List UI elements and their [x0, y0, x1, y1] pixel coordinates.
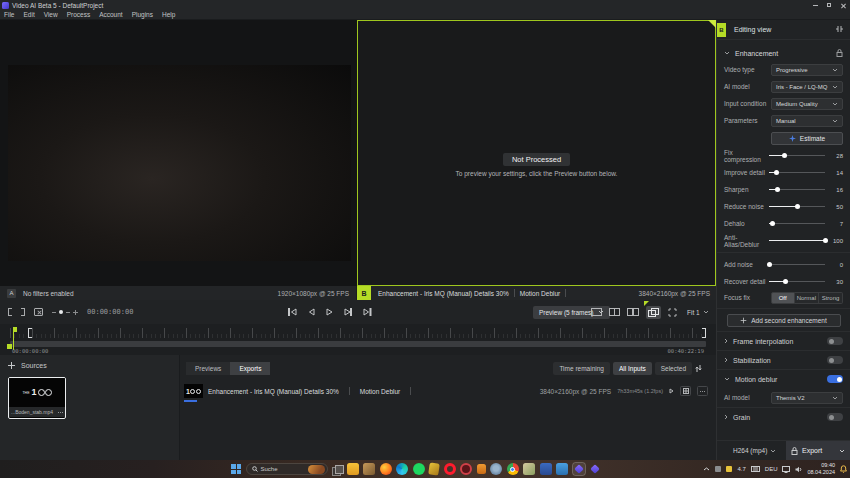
sort-icon[interactable] [695, 364, 702, 373]
volume-icon[interactable] [795, 466, 802, 473]
tab-exports[interactable]: Exports [230, 362, 270, 375]
next-frame-button[interactable] [344, 308, 352, 316]
slider-knob[interactable] [770, 221, 775, 226]
video-type-dropdown[interactable]: Progressive [771, 64, 843, 76]
mail-app-icon[interactable] [540, 463, 552, 475]
zoom-out-icon[interactable] [52, 312, 56, 313]
task-view-button[interactable] [332, 465, 342, 474]
opera-icon[interactable] [444, 463, 456, 475]
timeline-trim-out-handle[interactable] [702, 328, 706, 338]
chevron-down-icon[interactable] [839, 449, 845, 453]
add-noise-slider[interactable] [769, 261, 825, 269]
reduce-noise-slider[interactable] [769, 203, 825, 211]
spotify-icon[interactable] [413, 463, 425, 475]
trim-in-icon[interactable] [8, 308, 12, 316]
stabilization-toggle[interactable] [827, 356, 843, 364]
taskbar-clock[interactable]: 09:40 08.04.2024 [807, 462, 835, 475]
motion-deblur-row[interactable]: Motion deblur [717, 369, 850, 388]
zoom-slider-knob[interactable] [59, 310, 63, 314]
timeline-scrollbar[interactable] [10, 341, 706, 347]
input-condition-dropdown[interactable]: Medium Quality [771, 98, 843, 110]
settings-app-icon[interactable] [490, 463, 502, 475]
ai-model-dropdown[interactable]: Iris - Face / LQ-MQ [771, 81, 843, 93]
fit-zoom-dropdown[interactable]: Fit 1 [687, 300, 709, 324]
touch-keyboard-icon[interactable] [751, 466, 760, 472]
time-remaining-button[interactable]: Time remaining [553, 362, 610, 375]
zoom-in-icon[interactable] [73, 310, 78, 315]
notes-app-icon[interactable] [523, 463, 535, 475]
stabilization-row[interactable]: Stabilization [717, 350, 850, 369]
slider-knob[interactable] [823, 238, 828, 243]
export-play-icon[interactable] [669, 388, 674, 394]
slider-knob[interactable] [774, 170, 779, 175]
video-ai-icon[interactable] [589, 463, 601, 475]
motion-deblur-ai-model-dropdown[interactable]: Themis V2 [771, 392, 843, 404]
motion-deblur-toggle[interactable] [827, 375, 843, 383]
chrome-icon[interactable] [507, 463, 519, 475]
anti-alias-deblur-slider[interactable] [769, 237, 825, 245]
network-icon[interactable] [782, 466, 790, 473]
playhead-flag[interactable] [13, 327, 17, 332]
slider-knob[interactable] [782, 153, 787, 158]
tray-app-icon-1[interactable] [715, 466, 721, 472]
tray-chevron-up-icon[interactable] [703, 467, 710, 471]
firefox-icon[interactable] [380, 463, 392, 475]
close-button[interactable] [836, 0, 850, 10]
frame-interpolation-toggle[interactable] [827, 337, 843, 345]
notifications-bell-icon[interactable] [840, 465, 847, 473]
source-card[interactable]: THE 1 ...Boden_stab.mp4 [8, 377, 66, 419]
record-app-icon[interactable] [460, 463, 472, 475]
add-second-enhancement-button[interactable]: Add second enhancement [727, 314, 841, 327]
lock-icon[interactable] [836, 49, 843, 58]
timeline[interactable]: 00:00:00:00 00:40:22:19 [0, 324, 716, 355]
menu-plugins[interactable]: Plugins [132, 11, 153, 18]
side-by-side-view-icon[interactable] [627, 308, 639, 316]
stats-app-icon[interactable] [556, 463, 568, 475]
timeline-ruler[interactable] [10, 328, 706, 338]
input-preview-pane[interactable] [0, 20, 357, 286]
parameters-dropdown[interactable]: Manual [771, 115, 843, 127]
comparison-view-icon[interactable] [646, 306, 661, 319]
menu-view[interactable]: View [44, 11, 58, 18]
edge-icon[interactable] [396, 463, 408, 475]
focus-fix-off-button[interactable]: Off [771, 292, 795, 304]
menu-edit[interactable]: Edit [23, 11, 34, 18]
fullscreen-icon[interactable] [668, 308, 677, 317]
recover-detail-slider[interactable] [769, 278, 825, 286]
menu-process[interactable]: Process [67, 11, 90, 18]
maximize-button[interactable] [822, 0, 836, 10]
play-button[interactable] [326, 308, 333, 316]
export-grid-icon[interactable] [680, 386, 691, 396]
slider-knob[interactable] [775, 187, 780, 192]
focus-fix-normal-button[interactable]: Normal [795, 292, 819, 304]
fix-compression-slider[interactable] [769, 152, 825, 160]
trim-out-icon[interactable] [21, 308, 25, 316]
tray-app-icon-2[interactable] [726, 466, 732, 472]
dehalo-slider[interactable] [769, 220, 825, 228]
skip-start-button[interactable] [288, 308, 297, 316]
enhancement-section-header[interactable]: Enhancement [717, 45, 850, 61]
frame-interpolation-row[interactable]: Frame interpolation [717, 331, 850, 350]
clear-trim-icon[interactable] [34, 308, 43, 316]
output-preview-pane[interactable]: Not Processed To preview your settings, … [357, 20, 716, 286]
side-b-badge[interactable]: B [357, 286, 371, 300]
view-b-tab[interactable]: B [717, 23, 726, 37]
export-format-dropdown[interactable]: H264 (mp4) [733, 447, 776, 454]
focus-fix-strong-button[interactable]: Strong [819, 292, 843, 304]
menu-file[interactable]: File [4, 11, 14, 18]
export-button[interactable]: Export [786, 441, 850, 461]
timeline-zoom-control[interactable] [52, 310, 78, 315]
panel-layout-icon[interactable] [835, 25, 844, 34]
menu-help[interactable]: Help [162, 11, 175, 18]
source-more-icon[interactable] [58, 412, 63, 413]
selected-button[interactable]: Selected [655, 362, 692, 375]
pen-tool-app-icon[interactable] [428, 462, 440, 475]
grain-row[interactable]: Grain [717, 407, 850, 426]
add-source-icon[interactable] [8, 362, 15, 369]
timeline-trim-in-handle[interactable] [28, 328, 32, 338]
security-app-icon[interactable] [477, 464, 486, 474]
photos-app-icon[interactable] [363, 463, 375, 475]
menu-account[interactable]: Account [99, 11, 123, 18]
taskbar-search[interactable]: Suche [246, 463, 328, 475]
tab-previews[interactable]: Previews [186, 362, 230, 375]
